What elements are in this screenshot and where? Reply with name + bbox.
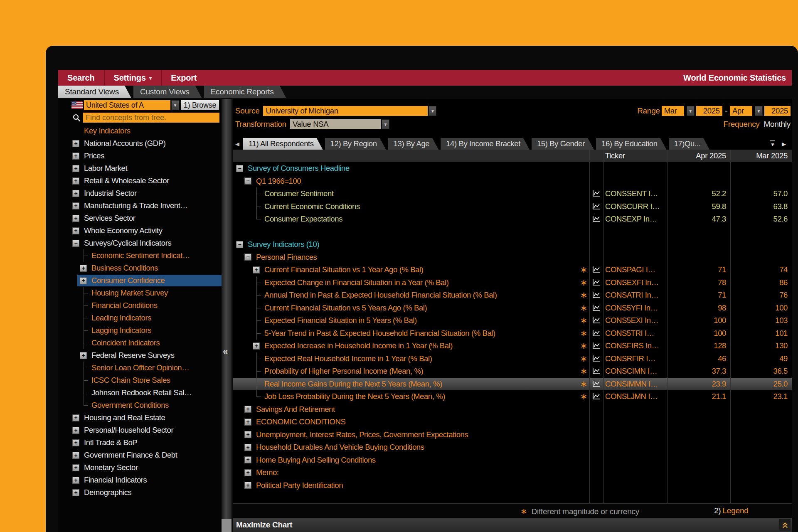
expand-icon[interactable]: + [72,153,79,160]
transformation-select[interactable]: Value NSA [290,119,381,129]
line-chart-icon[interactable] [591,291,601,299]
expand-icon[interactable]: + [72,464,79,471]
tree-item[interactable]: +Manufacturing & Trade Invent… [58,200,222,212]
source-select[interactable]: University of Michigan [263,106,428,116]
expand-icon[interactable]: + [72,227,79,234]
ticker-cell[interactable]: CONSCIMN I… [603,367,667,376]
tree-item[interactable]: Leading Indicators [58,312,222,324]
tree-item[interactable]: Johnson Redbook Retail Sal… [58,387,222,399]
table-row[interactable]: +ECONOMIC CONDITIONS [233,416,792,429]
table-row[interactable]: Consumer ExpectationsCONSEXP In…47.352.6 [233,213,792,226]
tree-item[interactable]: Senior Loan Officer Opinion… [58,362,222,374]
legend-button[interactable]: 2)Legend [714,506,749,515]
range-from-month-select[interactable]: Mar [662,106,684,116]
splitter-handle[interactable] [222,519,232,532]
tree-item[interactable]: +Financial Indicators [58,474,222,486]
respondent-tab[interactable]: 12) By Region [325,138,386,150]
ticker-cell[interactable]: CONSFIRS In… [603,341,667,350]
collapse-icon[interactable]: − [72,240,79,247]
tree-item[interactable]: +Consumer Confidence [58,274,222,287]
respondent-tab[interactable]: 16) By Education [596,138,667,150]
line-chart-icon[interactable] [591,367,601,375]
tab-standard-views[interactable]: Standard Views [58,86,131,98]
tree-item[interactable]: +Business Conditions [58,262,222,274]
table-row[interactable]: −Survey of Consumers Headline [233,162,792,175]
ticker-cell[interactable]: CONSEXP In… [603,214,667,224]
ticker-cell[interactable]: CONSPAGI I… [603,265,667,274]
tree-item[interactable]: +Retail & Wholesale Sector [58,175,222,187]
expand-icon[interactable]: + [72,477,79,484]
table-row[interactable]: +Current Financial Situation vs 1 Year A… [233,264,792,276]
tree-item[interactable]: +Prices [58,150,222,162]
tree-item[interactable]: +Services Sector [58,212,222,224]
table-row[interactable]: −Survey Indicators (10) [233,238,792,251]
line-chart-icon[interactable] [591,329,601,337]
tree-item[interactable]: +Whole Economy Activity [58,224,222,237]
tree-item[interactable]: ICSC Chain Store Sales [58,374,222,387]
table-row[interactable]: +Memo: [233,466,792,479]
expand-icon[interactable]: + [244,469,251,476]
table-row[interactable]: Annual Trend in Past & Expected Househol… [233,289,792,302]
ticker-cell[interactable]: CONS5TRI I… [603,329,667,338]
respondent-tab[interactable]: 14) By Income Bracket [441,138,530,150]
tree-item[interactable]: Lagging Indicators [58,324,222,337]
collapse-icon[interactable]: − [244,254,251,261]
range-to-month-select[interactable]: Apr [730,106,752,116]
maximize-chart-bar[interactable]: Maximize Chart [233,518,792,532]
menu-search[interactable]: Search [58,70,104,86]
tree-item[interactable]: +Industrial Sector [58,187,222,200]
expand-icon[interactable]: + [72,190,79,197]
table-row[interactable]: Real Income Gains During the Next 5 Year… [233,378,792,391]
expand-icon[interactable]: + [80,265,87,272]
tab-custom-views[interactable]: Custom Views [133,86,202,98]
table-row[interactable]: Job Loss Probability During the Next 5 Y… [233,390,792,403]
respondent-tab[interactable]: 11) All Respondents [243,138,323,150]
ticker-cell[interactable]: CONSEXFI In… [603,278,667,287]
table-row[interactable]: Current Economic ConditionsCONSCURR I…59… [233,200,792,213]
line-chart-icon[interactable] [591,380,601,388]
expand-icon[interactable]: + [244,456,251,463]
respondent-tab[interactable]: 15) By Gender [532,138,594,150]
expand-chart-button[interactable] [779,519,791,531]
tree-item[interactable]: +Federal Reserve Surveys [58,349,222,362]
table-row[interactable]: Expected Real Household Income in 1 Year… [233,352,792,365]
line-chart-icon[interactable] [591,304,601,312]
tree-item[interactable]: Coincident Indicators [58,337,222,349]
range-from-year-field[interactable]: 2025 [696,106,722,116]
expand-icon[interactable]: + [253,266,260,273]
tree-item[interactable]: +Labor Market [58,162,222,175]
tree-item[interactable]: +Personal/Household Sector [58,424,222,436]
ticker-cell[interactable]: CONSRFIR I… [603,354,667,363]
table-row[interactable]: +Home Buying And Selling Conditions [233,454,792,467]
ticker-cell[interactable]: CONSSENT I… [603,189,667,198]
tree-item[interactable]: Key Indicators [58,125,222,137]
tree-item[interactable]: Housing Market Survey [58,287,222,299]
tree-item[interactable]: Government Conditions [58,399,222,411]
line-chart-icon[interactable] [591,342,601,350]
collapse-icon[interactable]: − [236,241,243,248]
line-chart-icon[interactable] [591,316,601,325]
table-row[interactable]: Current Financial Situation vs 5 Years A… [233,302,792,315]
expand-icon[interactable]: + [244,406,251,413]
line-chart-icon[interactable] [591,202,601,211]
expand-icon[interactable]: + [72,452,79,459]
scroll-tabs-left-icon[interactable]: ◀ [235,141,239,147]
transformation-dropdown-button[interactable]: ▼ [382,119,389,129]
search-input[interactable] [83,113,219,123]
tree-item[interactable]: Financial Conditions [58,299,222,312]
expand-icon[interactable]: + [80,352,87,359]
range-to-month-dropdown[interactable]: ▼ [755,106,763,116]
collapse-sidebar-icon[interactable]: « [223,346,228,357]
tree-item[interactable]: +Government Finance & Debt [58,449,222,461]
expand-icon[interactable]: + [80,277,87,284]
respondent-tab[interactable]: 13) By Age [388,138,439,150]
tree-item[interactable]: Economic Sentiment Indicat… [58,249,222,262]
ticker-cell[interactable]: CONSATRI In… [603,291,667,300]
expand-icon[interactable]: + [244,419,251,426]
expand-icon[interactable]: + [72,215,79,222]
menu-export[interactable]: Export [162,70,206,86]
collapse-all-icon[interactable]: ▼ [770,140,775,148]
expand-icon[interactable]: + [244,482,251,489]
expand-icon[interactable]: + [244,444,251,451]
line-chart-icon[interactable] [591,215,601,223]
